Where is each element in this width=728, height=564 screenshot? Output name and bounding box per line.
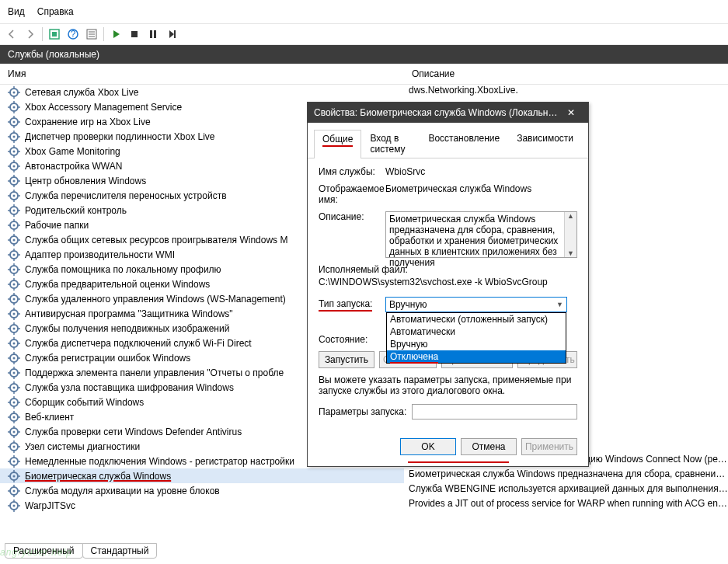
gear-icon [8,278,20,291]
label-start-params: Параметры запуска: [319,406,412,417]
dropdown-option[interactable]: Отключена [387,350,566,363]
close-icon[interactable]: ✕ [560,107,582,118]
svg-point-34 [13,150,16,152]
gear-icon [8,249,20,261]
svg-point-142 [13,416,16,418]
dropdown-option[interactable]: Вручную [387,338,566,350]
description-box[interactable]: Биометрическая служба Windows предназнач… [385,211,577,258]
menu-help[interactable]: Справка [33,3,78,20]
service-name: Узел системы диагностики [25,441,140,452]
service-name: WarpJITSvc [25,500,75,511]
service-name: Немедленные подключения Windows - регист… [25,456,294,467]
svg-point-178 [13,504,16,507]
label-state: Состояние: [319,334,385,345]
help-icon[interactable]: ? [64,26,82,43]
tab-general[interactable]: Общие [314,130,361,158]
restart-icon[interactable] [163,26,180,43]
service-name: Служба узла поставщика шифрования Window… [25,382,234,393]
menu-view[interactable]: Вид [3,3,30,20]
svg-point-52 [13,194,16,197]
svg-point-10 [13,91,16,93]
svg-point-40 [13,165,16,167]
gear-icon [8,411,20,423]
service-row[interactable]: Биометрическая служба Windows [0,468,404,483]
service-name: Службы получения неподвижных изображений [25,323,229,334]
gear-icon [8,470,20,482]
start-icon[interactable] [107,26,124,43]
startup-hint: Вы можете указать параметры запуска, при… [319,374,577,396]
forward-icon[interactable] [22,26,39,43]
svg-point-88 [13,283,16,285]
service-name: Служба удаленного управления Windows (WS… [25,294,286,305]
service-name: Веб-клиент [25,412,74,423]
dialog-title: Свойства: Биометрическая служба Windows … [314,107,560,118]
dialog-body: Имя службы: WbioSrvc Отображаемое имя: Б… [308,158,588,430]
service-description: Служба WBENGINE используется архивацией … [404,483,728,498]
svg-rect-8 [174,30,176,38]
service-name: Сборщик событий Windows [25,397,144,408]
gear-icon [8,204,20,217]
col-desc[interactable]: Описание [404,64,462,84]
ok-button[interactable]: OK [400,438,456,455]
dropdown-option[interactable]: Автоматически [387,326,566,338]
gear-icon [8,175,20,187]
service-name: Биометрическая служба Windows [25,471,171,482]
cancel-button[interactable]: Отмена [461,438,517,455]
gear-icon [8,190,20,202]
service-name: Адаптер производительности WMI [25,249,175,260]
startup-type-dropdown[interactable]: Автоматически (отложенный запуск)Автомат… [386,312,566,364]
tab-extended[interactable]: Расширенный [5,543,83,559]
service-name: Поддержка элемента панели управления "От… [25,367,284,378]
label-description: Описание: [319,211,385,222]
service-row[interactable]: Служба модуля архивации на уровне блоков [0,483,404,498]
start-button[interactable]: Запустить [319,351,374,368]
svg-point-154 [13,445,16,447]
dialog-tabs: Общие Вход в систему Восстановление Зави… [308,123,588,158]
refresh-icon[interactable] [83,26,100,43]
value-exe: C:\WINDOWS\system32\svchost.exe -k WbioS… [319,277,577,287]
pause-icon[interactable] [145,26,162,43]
service-name: Сохранение игр на Xbox Live [25,117,151,127]
back-icon[interactable] [3,26,20,43]
gear-icon [8,337,20,350]
tab-logon[interactable]: Вход в систему [361,129,420,158]
service-name: Антивирусная программа "Защитника Window… [25,308,233,319]
gear-icon [8,352,20,364]
col-name[interactable]: Имя [0,64,404,84]
scrollbar[interactable]: ▲ ▼ [564,212,576,257]
chevron-down-icon: ▼ [556,301,563,308]
service-name: Служба модуля архивации на уровне блоков [25,486,220,496]
stop-icon[interactable] [126,26,143,43]
tab-recovery[interactable]: Восстановление [420,129,508,158]
tab-dependencies[interactable]: Зависимости [508,129,582,158]
service-name: Служба предварительной оценки Windows [25,279,210,290]
svg-point-166 [13,475,16,477]
gear-icon [8,485,20,497]
label-startup-type: Тип запуска: [319,298,385,312]
label-exe: Исполняемый файл: [319,264,577,275]
gear-icon [8,396,20,409]
scroll-down-icon[interactable]: ▼ [567,249,574,257]
tab-standard[interactable]: Стандартный [82,543,158,559]
dialog-titlebar[interactable]: Свойства: Биометрическая служба Windows … [308,103,588,123]
service-description: dws.Networking.XboxLive. [404,85,728,99]
svg-point-130 [13,386,16,388]
gear-icon [8,145,20,158]
svg-point-106 [13,327,16,329]
value-display-name: Биометрическая служба Windows [385,183,577,194]
properties-dialog: Свойства: Биометрическая служба Windows … [307,102,589,467]
startup-type-select[interactable]: Вручную ▼ Автоматически (отложенный запу… [385,297,567,312]
gear-icon [8,367,20,379]
properties-icon[interactable] [46,26,63,43]
svg-rect-5 [131,31,138,37]
gear-icon [8,440,20,453]
scroll-up-icon[interactable]: ▲ [567,212,574,220]
service-row[interactable]: WarpJITSvc [0,498,404,513]
service-name: Служба перечислителя переносных устройст… [25,190,227,201]
label-display-name: Отображаемое имя: [319,183,385,205]
dropdown-option[interactable]: Автоматически (отложенный запуск) [387,313,566,326]
service-row[interactable]: Сетевая служба Xbox Live [0,85,404,99]
start-params-input[interactable] [412,404,577,420]
gear-icon [8,263,20,276]
svg-point-28 [13,135,16,138]
